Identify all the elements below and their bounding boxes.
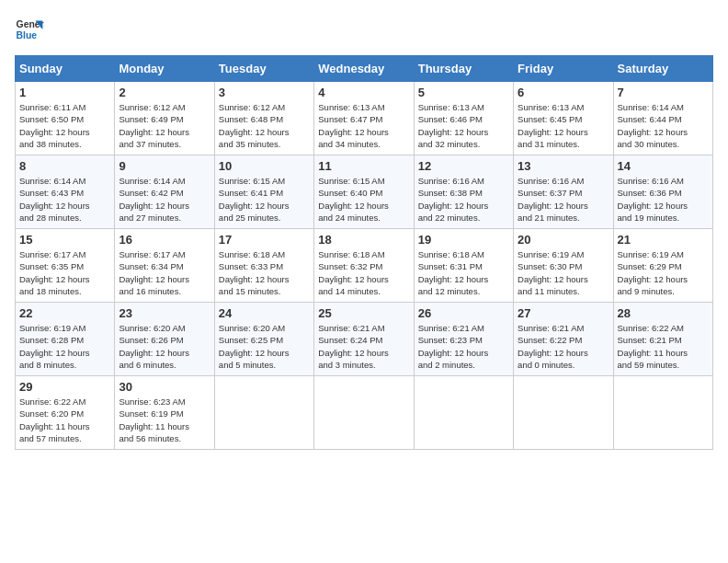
day-info: Sunrise: 6:20 AM Sunset: 6:26 PM Dayligh… xyxy=(119,322,210,371)
logo-icon: General Blue xyxy=(15,15,44,44)
day-number: 1 xyxy=(19,86,110,99)
day-info: Sunrise: 6:20 AM Sunset: 6:25 PM Dayligh… xyxy=(219,322,310,371)
calendar-day-cell: 14Sunrise: 6:16 AM Sunset: 6:36 PM Dayli… xyxy=(613,155,712,229)
calendar-day-cell: 29Sunrise: 6:22 AM Sunset: 6:20 PM Dayli… xyxy=(16,376,115,450)
day-info: Sunrise: 6:11 AM Sunset: 6:50 PM Dayligh… xyxy=(19,101,110,150)
weekday-header: Monday xyxy=(115,56,214,82)
day-number: 10 xyxy=(219,159,310,173)
day-info: Sunrise: 6:18 AM Sunset: 6:32 PM Dayligh… xyxy=(318,248,409,297)
day-info: Sunrise: 6:21 AM Sunset: 6:22 PM Dayligh… xyxy=(518,322,609,371)
day-info: Sunrise: 6:15 AM Sunset: 6:40 PM Dayligh… xyxy=(318,175,409,224)
day-info: Sunrise: 6:13 AM Sunset: 6:46 PM Dayligh… xyxy=(418,101,509,150)
day-info: Sunrise: 6:21 AM Sunset: 6:24 PM Dayligh… xyxy=(318,322,409,371)
day-number: 21 xyxy=(618,233,709,247)
calendar-day-cell: 28Sunrise: 6:22 AM Sunset: 6:21 PM Dayli… xyxy=(613,303,712,376)
day-number: 7 xyxy=(618,86,709,99)
day-info: Sunrise: 6:17 AM Sunset: 6:34 PM Dayligh… xyxy=(119,248,210,297)
calendar-day-cell: 18Sunrise: 6:18 AM Sunset: 6:32 PM Dayli… xyxy=(314,229,414,303)
day-info: Sunrise: 6:21 AM Sunset: 6:23 PM Dayligh… xyxy=(418,322,509,371)
day-number: 30 xyxy=(119,380,210,394)
day-info: Sunrise: 6:22 AM Sunset: 6:21 PM Dayligh… xyxy=(618,322,709,371)
calendar-day-cell: 21Sunrise: 6:19 AM Sunset: 6:29 PM Dayli… xyxy=(613,229,712,303)
empty-cell xyxy=(414,376,513,450)
day-number: 6 xyxy=(518,86,609,99)
day-info: Sunrise: 6:15 AM Sunset: 6:41 PM Dayligh… xyxy=(219,175,310,224)
day-number: 26 xyxy=(418,306,509,320)
day-info: Sunrise: 6:14 AM Sunset: 6:44 PM Dayligh… xyxy=(618,101,709,150)
calendar-day-cell: 16Sunrise: 6:17 AM Sunset: 6:34 PM Dayli… xyxy=(115,229,214,303)
weekday-header: Tuesday xyxy=(214,56,313,82)
day-number: 4 xyxy=(318,86,409,99)
weekday-header: Thursday xyxy=(414,56,513,82)
day-info: Sunrise: 6:12 AM Sunset: 6:49 PM Dayligh… xyxy=(119,101,210,150)
day-number: 8 xyxy=(19,159,110,173)
empty-cell xyxy=(314,376,414,450)
day-number: 27 xyxy=(518,306,609,320)
calendar-day-cell: 26Sunrise: 6:21 AM Sunset: 6:23 PM Dayli… xyxy=(414,303,513,376)
day-info: Sunrise: 6:19 AM Sunset: 6:30 PM Dayligh… xyxy=(518,248,609,297)
calendar-header: SundayMondayTuesdayWednesdayThursdayFrid… xyxy=(16,56,713,82)
calendar-day-cell: 13Sunrise: 6:16 AM Sunset: 6:37 PM Dayli… xyxy=(514,155,613,229)
day-info: Sunrise: 6:13 AM Sunset: 6:47 PM Dayligh… xyxy=(318,101,409,150)
calendar-day-cell: 10Sunrise: 6:15 AM Sunset: 6:41 PM Dayli… xyxy=(214,155,313,229)
day-number: 29 xyxy=(19,380,110,394)
calendar-day-cell: 1Sunrise: 6:11 AM Sunset: 6:50 PM Daylig… xyxy=(16,82,115,155)
day-number: 13 xyxy=(518,159,609,173)
calendar-day-cell: 6Sunrise: 6:13 AM Sunset: 6:45 PM Daylig… xyxy=(514,82,613,155)
calendar-day-cell: 30Sunrise: 6:23 AM Sunset: 6:19 PM Dayli… xyxy=(115,376,214,450)
weekday-header: Saturday xyxy=(613,56,712,82)
calendar-day-cell: 3Sunrise: 6:12 AM Sunset: 6:48 PM Daylig… xyxy=(214,82,313,155)
day-info: Sunrise: 6:13 AM Sunset: 6:45 PM Dayligh… xyxy=(518,101,609,150)
calendar-day-cell: 7Sunrise: 6:14 AM Sunset: 6:44 PM Daylig… xyxy=(613,82,712,155)
day-number: 15 xyxy=(19,233,110,247)
day-number: 23 xyxy=(119,306,210,320)
day-number: 12 xyxy=(418,159,509,173)
day-number: 25 xyxy=(318,306,409,320)
day-number: 28 xyxy=(618,306,709,320)
day-number: 2 xyxy=(119,86,210,99)
day-info: Sunrise: 6:16 AM Sunset: 6:37 PM Dayligh… xyxy=(518,175,609,224)
day-info: Sunrise: 6:17 AM Sunset: 6:35 PM Dayligh… xyxy=(19,248,110,297)
weekday-header: Friday xyxy=(514,56,613,82)
calendar-day-cell: 19Sunrise: 6:18 AM Sunset: 6:31 PM Dayli… xyxy=(414,229,513,303)
day-number: 5 xyxy=(418,86,509,99)
day-info: Sunrise: 6:14 AM Sunset: 6:43 PM Dayligh… xyxy=(19,175,110,224)
day-number: 24 xyxy=(219,306,310,320)
weekday-header: Wednesday xyxy=(314,56,414,82)
calendar-day-cell: 22Sunrise: 6:19 AM Sunset: 6:28 PM Dayli… xyxy=(16,303,115,376)
day-number: 17 xyxy=(219,233,310,247)
calendar-day-cell: 23Sunrise: 6:20 AM Sunset: 6:26 PM Dayli… xyxy=(115,303,214,376)
calendar-day-cell: 15Sunrise: 6:17 AM Sunset: 6:35 PM Dayli… xyxy=(16,229,115,303)
day-info: Sunrise: 6:14 AM Sunset: 6:42 PM Dayligh… xyxy=(119,175,210,224)
calendar-day-cell: 5Sunrise: 6:13 AM Sunset: 6:46 PM Daylig… xyxy=(414,82,513,155)
day-number: 16 xyxy=(119,233,210,247)
day-info: Sunrise: 6:19 AM Sunset: 6:28 PM Dayligh… xyxy=(19,322,110,371)
day-number: 3 xyxy=(219,86,310,99)
weekday-header: Sunday xyxy=(16,56,115,82)
calendar-day-cell: 11Sunrise: 6:15 AM Sunset: 6:40 PM Dayli… xyxy=(314,155,414,229)
calendar-day-cell: 12Sunrise: 6:16 AM Sunset: 6:38 PM Dayli… xyxy=(414,155,513,229)
page-header: General Blue xyxy=(15,15,713,44)
day-info: Sunrise: 6:16 AM Sunset: 6:38 PM Dayligh… xyxy=(418,175,509,224)
day-number: 14 xyxy=(618,159,709,173)
day-number: 18 xyxy=(318,233,409,247)
logo: General Blue xyxy=(15,15,44,44)
calendar-day-cell: 8Sunrise: 6:14 AM Sunset: 6:43 PM Daylig… xyxy=(16,155,115,229)
day-info: Sunrise: 6:18 AM Sunset: 6:33 PM Dayligh… xyxy=(219,248,310,297)
day-number: 11 xyxy=(318,159,409,173)
calendar-day-cell: 9Sunrise: 6:14 AM Sunset: 6:42 PM Daylig… xyxy=(115,155,214,229)
empty-cell xyxy=(514,376,613,450)
day-info: Sunrise: 6:12 AM Sunset: 6:48 PM Dayligh… xyxy=(219,101,310,150)
day-info: Sunrise: 6:23 AM Sunset: 6:19 PM Dayligh… xyxy=(119,396,210,444)
calendar-day-cell: 25Sunrise: 6:21 AM Sunset: 6:24 PM Dayli… xyxy=(314,303,414,376)
day-number: 20 xyxy=(518,233,609,247)
calendar-body: 1Sunrise: 6:11 AM Sunset: 6:50 PM Daylig… xyxy=(16,82,713,450)
calendar-day-cell: 27Sunrise: 6:21 AM Sunset: 6:22 PM Dayli… xyxy=(514,303,613,376)
day-info: Sunrise: 6:19 AM Sunset: 6:29 PM Dayligh… xyxy=(618,248,709,297)
empty-cell xyxy=(214,376,313,450)
calendar-day-cell: 17Sunrise: 6:18 AM Sunset: 6:33 PM Dayli… xyxy=(214,229,313,303)
day-number: 19 xyxy=(418,233,509,247)
day-info: Sunrise: 6:16 AM Sunset: 6:36 PM Dayligh… xyxy=(618,175,709,224)
day-number: 22 xyxy=(19,306,110,320)
calendar-day-cell: 20Sunrise: 6:19 AM Sunset: 6:30 PM Dayli… xyxy=(514,229,613,303)
